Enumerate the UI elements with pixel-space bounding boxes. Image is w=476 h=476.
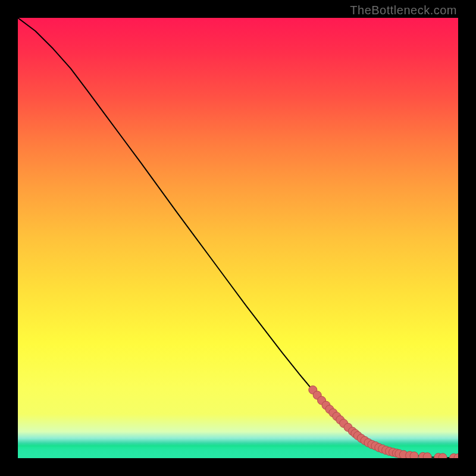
scatter-points: [309, 386, 458, 458]
plot-area: [18, 18, 458, 458]
attribution-text: TheBottleneck.com: [350, 4, 457, 17]
data-point: [423, 453, 431, 458]
chart-frame: TheBottleneck.com: [0, 0, 476, 476]
bottleneck-curve: [18, 18, 458, 458]
chart-overlay-svg: [18, 18, 458, 458]
data-point: [410, 452, 418, 458]
